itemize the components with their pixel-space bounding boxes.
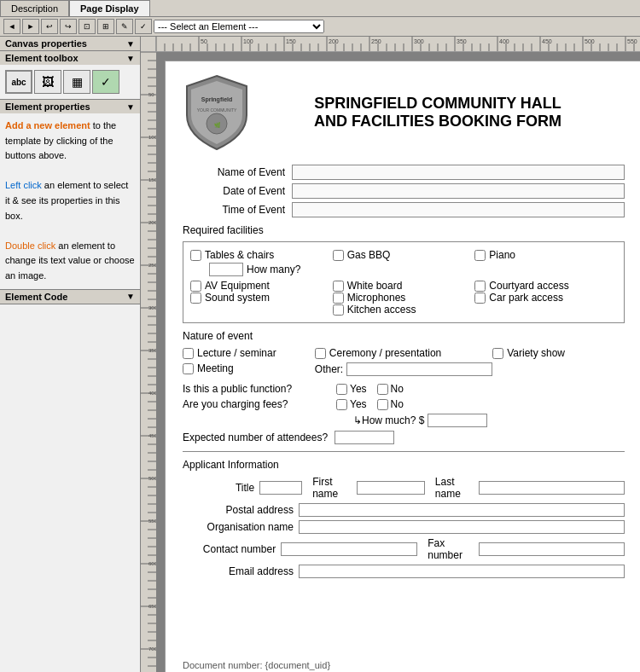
svg-text:100: 100 xyxy=(243,38,253,44)
facilities-row-1: Tables & chairs How many? AV Equipment xyxy=(190,249,617,316)
facility-av-equipment: AV Equipment xyxy=(190,280,333,292)
canvas-properties-header[interactable]: Canvas properties ▼ xyxy=(0,37,140,50)
charging-fees-row: Are you charging fees? Yes No xyxy=(183,398,625,410)
charging-fees-yes: Yes xyxy=(336,398,367,410)
tab-description[interactable]: Description xyxy=(0,0,69,16)
public-function-yes-check[interactable] xyxy=(336,384,347,395)
time-of-event-input[interactable] xyxy=(292,202,625,217)
svg-text:550: 550 xyxy=(627,38,637,44)
canvas-scroll[interactable]: /* ruler ticks rendered below */ 5010015… xyxy=(141,37,640,672)
facility-microphones-check[interactable] xyxy=(333,293,344,304)
nature-ceremony: Ceremony / presentation xyxy=(315,347,492,359)
org-row: Organisation name xyxy=(183,520,625,534)
facility-kitchen: Kitchen access xyxy=(333,304,475,316)
facility-tables-chairs-check[interactable] xyxy=(190,250,201,261)
date-of-event-input[interactable] xyxy=(292,183,625,199)
nature-variety: Variety show xyxy=(492,347,625,359)
spacer-1 xyxy=(333,261,475,280)
element-properties-header[interactable]: Element properties ▼ xyxy=(0,100,140,113)
svg-text:150: 150 xyxy=(286,38,296,44)
toolbar-btn-3[interactable]: ↩ xyxy=(41,19,58,34)
facilities-col-3: Piano Courtyard access Car park access xyxy=(474,249,617,304)
charging-fees-label: Are you charging fees? xyxy=(183,398,336,410)
applicant-section-title: Applicant Information xyxy=(183,459,625,471)
nature-variety-check[interactable] xyxy=(492,348,503,359)
last-name-input[interactable] xyxy=(479,481,625,495)
time-of-event-label: Time of Event xyxy=(183,204,285,216)
title-label: Title xyxy=(183,482,254,494)
svg-text:400: 400 xyxy=(148,391,156,396)
nature-other-row: Other: xyxy=(315,362,492,376)
nature-other-input[interactable] xyxy=(346,362,492,376)
toolbar-btn-5[interactable]: ⊡ xyxy=(79,19,96,34)
first-name-input[interactable] xyxy=(357,481,425,495)
toolbar-btn-8[interactable]: ✓ xyxy=(135,19,152,34)
nature-meeting-check[interactable] xyxy=(183,363,194,374)
charging-fees-yes-check[interactable] xyxy=(336,399,347,410)
postal-label: Postal address xyxy=(183,504,294,516)
ruler-corner xyxy=(141,37,156,52)
email-input[interactable] xyxy=(299,565,625,578)
toolbar-btn-2[interactable]: ► xyxy=(22,19,39,34)
toolbar-btn-6[interactable]: ⊞ xyxy=(97,19,114,34)
facility-piano-check[interactable] xyxy=(474,250,486,261)
facility-av-check[interactable] xyxy=(190,281,201,292)
nature-row-1: Lecture / seminar Meeting Ce xyxy=(183,347,625,376)
element-code-title: Element Code xyxy=(5,292,67,302)
add-new-element-link[interactable]: Add a new element xyxy=(5,120,90,130)
svg-text:300: 300 xyxy=(414,38,424,44)
public-function-row: Is this a public function? Yes No xyxy=(183,383,625,395)
facility-whiteboard-check[interactable] xyxy=(333,281,344,292)
element-code-header[interactable]: Element Code ▼ xyxy=(0,290,140,304)
facility-kitchen-check[interactable] xyxy=(333,304,344,316)
element-selector-dropdown[interactable]: --- Select an Element --- xyxy=(154,20,324,33)
charging-fees-no-check[interactable] xyxy=(377,399,388,410)
attendees-input[interactable] xyxy=(335,431,394,444)
toolbar-btn-1[interactable]: ◄ xyxy=(3,19,20,34)
left-panel: Canvas properties ▼ Element toolbox ▼ ab… xyxy=(0,37,141,672)
toolbox-text-icon[interactable]: abc xyxy=(5,70,32,94)
element-toolbox-section: Element toolbox ▼ abc 🖼 ▦ ✓ xyxy=(0,51,140,100)
canvas-properties-arrow[interactable]: ▼ xyxy=(126,39,135,49)
svg-text:450: 450 xyxy=(148,433,156,438)
toolbox-image-icon[interactable]: 🖼 xyxy=(34,70,61,94)
fax-input[interactable] xyxy=(479,542,625,556)
nature-meeting: Meeting xyxy=(183,362,315,374)
toolbar-btn-4[interactable]: ↪ xyxy=(60,19,77,34)
properties-content: Add a new element to the template by cli… xyxy=(0,113,140,289)
name-of-event-input[interactable] xyxy=(292,165,625,180)
charging-fees-no-label: No xyxy=(391,398,404,410)
facility-gas-bbq-check[interactable] xyxy=(333,250,344,261)
how-many-row: How many? xyxy=(209,263,333,276)
postal-input[interactable] xyxy=(299,503,625,517)
svg-text:Springfield: Springfield xyxy=(201,96,233,103)
element-toolbox-header[interactable]: Element toolbox ▼ xyxy=(0,51,140,65)
facility-sound-check[interactable] xyxy=(190,293,201,304)
how-much-label: ↳ xyxy=(353,414,362,426)
nature-ceremony-check[interactable] xyxy=(315,348,326,359)
contact-input[interactable] xyxy=(281,542,417,556)
toolbox-table-icon[interactable]: ▦ xyxy=(63,70,90,94)
public-function-no: No xyxy=(377,383,404,395)
facility-car-park-check[interactable] xyxy=(474,293,486,304)
element-properties-arrow[interactable]: ▼ xyxy=(126,102,135,112)
svg-text:250: 250 xyxy=(371,38,381,44)
toolbox-check-icon[interactable]: ✓ xyxy=(92,70,119,94)
fax-label: Fax number xyxy=(428,537,474,561)
facility-courtyard-check[interactable] xyxy=(474,281,486,292)
spacer-2 xyxy=(474,261,617,280)
org-input[interactable] xyxy=(299,520,625,534)
tab-page-display[interactable]: Page Display xyxy=(69,0,149,16)
how-much-text: How much? $ xyxy=(362,414,424,426)
how-much-input[interactable] xyxy=(428,414,487,427)
element-code-arrow[interactable]: ▼ xyxy=(126,292,135,301)
title-input[interactable] xyxy=(259,481,302,495)
date-of-event-row: Date of Event xyxy=(183,183,625,199)
element-toolbox-arrow[interactable]: ▼ xyxy=(126,54,135,63)
element-selector-bar: ◄ ► ↩ ↪ ⊡ ⊞ ✎ ✓ --- Select an Element --… xyxy=(0,17,640,37)
toolbar-btn-7[interactable]: ✎ xyxy=(116,19,133,34)
how-many-input[interactable] xyxy=(209,263,243,276)
nature-lecture-check[interactable] xyxy=(183,348,194,359)
public-function-no-check[interactable] xyxy=(377,384,388,395)
form-title: SPRINGFIELD COMMUNITY HALL AND FACILITIE… xyxy=(251,95,625,130)
